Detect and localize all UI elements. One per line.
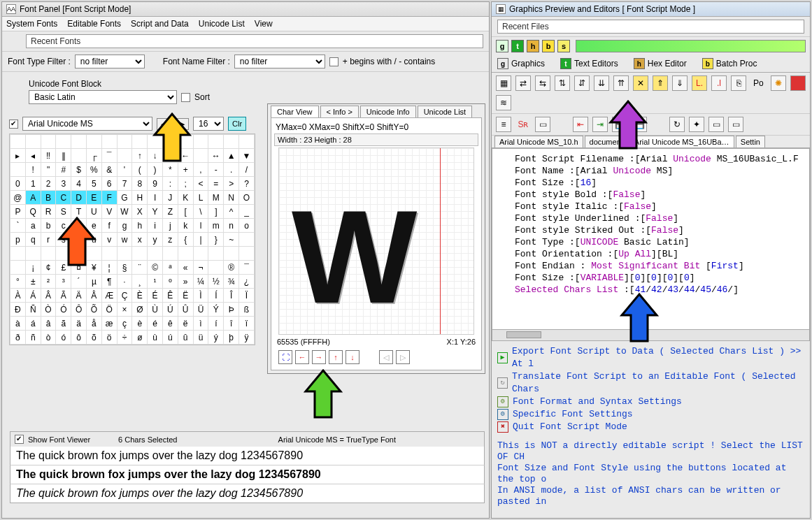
char-cell[interactable] [10, 247, 26, 261]
char-cell[interactable] [132, 135, 148, 149]
char-cell[interactable]: Ø [132, 303, 148, 317]
colortab-g[interactable]: g [496, 40, 508, 52]
char-cell[interactable]: ‼ [41, 149, 56, 163]
colortab-h[interactable]: h [527, 40, 539, 52]
char-cell[interactable]: © [148, 261, 163, 275]
char-cell[interactable] [41, 247, 56, 261]
char-cell[interactable]: d [71, 219, 87, 233]
char-cell[interactable]: ´ [71, 275, 87, 289]
char-cell[interactable]: ! [25, 163, 41, 177]
char-cell[interactable]: § [117, 261, 132, 275]
char-cell[interactable]: 9 [148, 177, 163, 191]
etab-0[interactable]: Arial Unicode MS_10.h [494, 136, 583, 147]
name-filter-select[interactable]: no filter [234, 55, 325, 68]
char-cell[interactable]: Ó [56, 303, 71, 317]
char-cell[interactable] [193, 247, 208, 261]
tool-refresh-icon[interactable]: ↻ [669, 117, 685, 132]
tool-menu-icon[interactable]: ≡ [496, 117, 511, 132]
arrow-up-icon[interactable]: ↑ [329, 350, 343, 364]
char-cell[interactable] [71, 149, 87, 163]
char-cell[interactable]: 5 [86, 177, 101, 191]
char-cell[interactable]: ¯ [239, 261, 255, 275]
char-cell[interactable] [224, 247, 239, 261]
char-cell[interactable]: % [86, 163, 101, 177]
char-cell[interactable]: ¥ [86, 261, 101, 275]
size-select[interactable]: 16 [193, 117, 224, 131]
char-cell[interactable]: · [117, 275, 132, 289]
char-cell[interactable]: q [25, 233, 41, 247]
char-cell[interactable]: O [239, 191, 255, 205]
action-link[interactable]: ▶Export Font Script to Data ( Selected C… [497, 345, 804, 370]
char-cell[interactable]: | [193, 233, 208, 247]
char-cell[interactable]: ½ [208, 275, 224, 289]
char-cell[interactable]: È [132, 289, 148, 303]
char-cell[interactable]: Í [208, 289, 224, 303]
tool-arrows3-icon[interactable]: ⇅ [555, 75, 570, 91]
char-cell[interactable]: À [10, 289, 26, 303]
char-cell[interactable]: h [132, 219, 148, 233]
char-cell[interactable] [224, 135, 239, 149]
char-cell[interactable]: ü [193, 331, 208, 345]
char-cell[interactable]: n [224, 219, 239, 233]
tool-doc-icon[interactable]: ▭ [728, 117, 743, 132]
char-cell[interactable]: 1 [25, 177, 41, 191]
char-cell[interactable]: þ [224, 331, 239, 345]
char-cell[interactable]: u [86, 233, 101, 247]
char-cell[interactable] [239, 233, 255, 247]
char-cell[interactable]: } [208, 233, 224, 247]
menu-editable-fonts[interactable]: Editable Fonts [67, 19, 121, 29]
char-cell[interactable] [148, 247, 163, 261]
char-cell[interactable]: × [117, 303, 132, 317]
char-cell[interactable]: Ô [71, 303, 87, 317]
char-cell[interactable]: J [162, 191, 178, 205]
char-cell[interactable]: N [224, 191, 239, 205]
char-cell[interactable]: Q [25, 205, 41, 219]
char-cell[interactable]: Â [41, 289, 56, 303]
char-cell[interactable] [10, 135, 26, 149]
char-cell[interactable]: 7 [117, 177, 132, 191]
char-cell[interactable]: P [10, 205, 26, 219]
char-cell[interactable]: * [162, 163, 178, 177]
char-cell[interactable]: o [239, 219, 255, 233]
char-cell[interactable]: 4 [71, 177, 87, 191]
char-cell[interactable]: å [86, 317, 101, 331]
char-cell[interactable]: # [56, 163, 71, 177]
char-cell[interactable]: \ [193, 205, 208, 219]
action-link[interactable]: ↻Translate Font Script to an Editable Fo… [497, 370, 804, 396]
char-cell[interactable]: ô [71, 331, 87, 345]
char-cell[interactable]: õ [86, 331, 101, 345]
tool-arrows4-icon[interactable]: ⇵ [574, 75, 590, 91]
char-cell[interactable]: ö [101, 331, 117, 345]
char-cell[interactable] [162, 247, 178, 261]
char-cell[interactable]: ç [117, 317, 132, 331]
char-cell[interactable]: ◂ [25, 149, 41, 163]
colortab-b[interactable]: b [542, 40, 555, 52]
char-cell[interactable]: Î [224, 289, 239, 303]
char-cell[interactable]: ¾ [224, 275, 239, 289]
tab-graphics[interactable]: gGraphics [497, 58, 545, 69]
char-cell[interactable]: « [178, 261, 193, 275]
char-cell[interactable]: v [101, 233, 117, 247]
char-cell[interactable]: > [224, 177, 239, 191]
char-cell[interactable]: î [224, 317, 239, 331]
char-cell[interactable]: Õ [86, 303, 101, 317]
etab-2[interactable]: Arial Unicode MS_16UBasic_L.FSC [629, 136, 734, 147]
char-cell[interactable]: ¬ [193, 261, 208, 275]
char-cell[interactable]: á [25, 317, 41, 331]
char-cell[interactable] [101, 135, 117, 149]
char-cell[interactable]: ì [193, 317, 208, 331]
char-cell[interactable]: w [117, 233, 132, 247]
char-cell[interactable]: Ì [193, 289, 208, 303]
char-cell[interactable]: ¨ [132, 261, 148, 275]
tool-page-icon[interactable]: ▭ [708, 117, 724, 132]
char-cell[interactable]: Å [86, 289, 101, 303]
char-cell[interactable]: É [148, 289, 163, 303]
clr-button[interactable]: Clr [228, 117, 246, 131]
char-cell[interactable] [71, 247, 87, 261]
char-cell[interactable]: { [178, 233, 193, 247]
char-cell[interactable]: ¸ [132, 275, 148, 289]
char-cell[interactable]: ¼ [193, 275, 208, 289]
char-cell[interactable]: ¿ [239, 275, 255, 289]
char-cell[interactable]: ° [10, 275, 26, 289]
char-cell[interactable] [208, 247, 224, 261]
